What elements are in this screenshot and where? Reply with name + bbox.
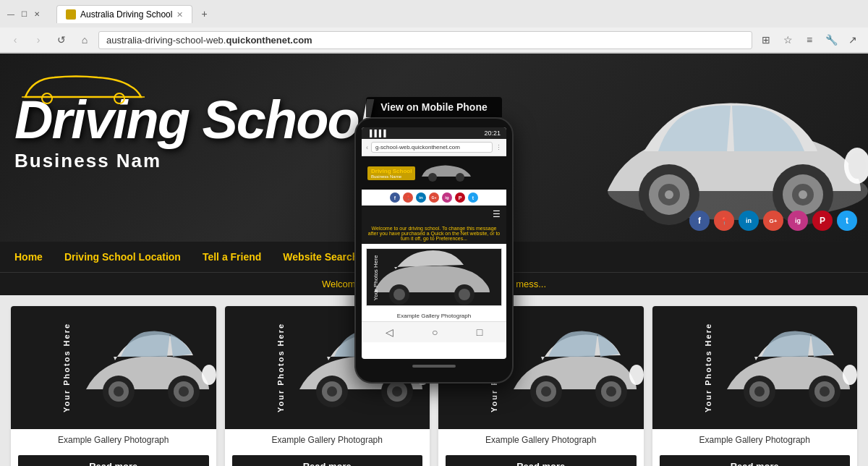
instagram-icon[interactable]: ig [788,211,808,231]
toolbar-icons: ⊞ ☆ ≡ 🔧 ↗ [757,30,862,49]
tools-button[interactable]: 🔧 [822,30,841,49]
share-button[interactable]: ↗ [843,30,862,49]
svg-point-1 [114,93,124,103]
svg-point-30 [541,386,551,397]
browser-chrome: — ☐ ✕ Australia Driving School ✕ + ‹ › ↺… [0,0,868,54]
svg-point-11 [799,190,807,199]
phone-url-bar: g-school-web.quickonthenet.com [371,142,493,153]
svg-point-34 [629,365,644,385]
forward-button[interactable]: › [29,30,48,49]
hero-subtitle: Business Nam [14,150,372,172]
svg-point-46 [393,289,405,300]
svg-point-33 [606,386,616,397]
read-more-button-4[interactable]: Read more [660,455,851,466]
tab-bar: Australia Driving School ✕ + [51,4,221,23]
hero-social-icons: f 📍 in G+ ig P t [689,211,857,231]
phone-site-sublogo: Business Name [371,174,412,179]
car-img-1 [33,306,216,429]
phone-signal: ▐▐▐▐ [367,130,386,137]
phone-time: 20:21 [484,130,501,137]
svg-point-43 [456,173,464,182]
title-bar: — ☐ ✕ Australia Driving School ✕ + [0,0,868,27]
svg-point-40 [820,386,830,397]
bookmark-button[interactable]: ☆ [778,30,797,49]
read-more-button-3[interactable]: Read more [446,455,637,466]
pinterest-icon[interactable]: P [812,211,833,231]
phone-bottom-bar: ◁ ○ □ [362,321,506,342]
google-maps-icon[interactable]: 📍 [714,211,734,231]
read-more-button-1[interactable]: Read more [18,455,209,466]
gallery-caption-1: Example Gallery Photograph [11,429,216,451]
gallery-caption-2: Example Gallery Photograph [225,429,430,451]
facebook-icon[interactable]: f [689,211,710,231]
phone-linkedin-icon: in [416,192,426,203]
tab-favicon [66,9,76,20]
svg-point-0 [42,93,52,103]
phone-instagram-icon: ig [442,192,452,203]
phone-site-header: Driving School Business Name [362,156,506,190]
svg-point-20 [202,365,216,385]
tab-title: Australia Driving School [80,9,172,20]
phone-browser-bar: ‹ g-school-web.quickonthenet.com ⋮ [362,139,506,156]
phone-menu-icon: ⋮ [495,144,502,151]
phone-gallery-img: Your Photos Here [366,248,502,306]
mobile-phone-overlay: View on Mobile Phone ▐▐▐▐ 20:21 ‹ g-scho… [354,97,514,384]
phone-twitter-icon: t [468,192,478,203]
active-tab[interactable]: Australia Driving School ✕ [56,5,192,23]
phone-home-nav: ○ [432,326,438,338]
svg-point-41 [843,365,857,385]
phone-recent-nav: □ [477,326,482,338]
svg-text:Your Photos Here: Your Photos Here [373,255,379,300]
svg-point-13 [848,153,866,179]
read-more-button-2[interactable]: Read more [232,455,423,466]
url-text: australia-driving-school-web.quickonthen… [106,35,312,46]
gallery-card-1: Your Photos Here [11,306,216,466]
twitter-icon[interactable]: t [837,211,857,231]
phone-gplus-icon: G+ [429,192,439,203]
phone-status-bar: ▐▐▐▐ 20:21 [362,127,506,139]
gallery-caption-3: Example Gallery Photograph [438,429,644,451]
svg-point-23 [327,386,337,397]
svg-point-26 [392,386,402,397]
menu-button[interactable]: ≡ [800,30,819,49]
home-button[interactable]: ⌂ [75,30,94,49]
website-content: Driving School Business Nam [0,54,868,466]
refresh-button[interactable]: ↺ [52,30,71,49]
nav-item-location[interactable]: Driving School Location [64,251,181,263]
maximize-button[interactable]: ☐ [19,9,29,19]
gallery-card-4: Your Photos Here [652,306,858,466]
browser-nav-bar: ‹ › ↺ ⌂ australia-driving-school-web.qui… [0,27,868,53]
back-button[interactable]: ‹ [6,30,25,49]
mobile-label: View on Mobile Phone [366,97,502,117]
bookmarks-sidebar-button[interactable]: ⊞ [757,30,775,49]
nav-item-home[interactable]: Home [14,251,43,263]
phone-maps-icon: 📍 [403,192,413,203]
phone-gallery-caption: Example Gallery Photograph [362,310,506,321]
close-button[interactable]: ✕ [32,9,42,19]
phone-hamburger-icon: ☰ [493,209,501,219]
tab-close-button[interactable]: ✕ [176,10,183,20]
phone-back-icon: ‹ [366,144,368,151]
phone-screen: ▐▐▐▐ 20:21 ‹ g-school-web.quickonthenet.… [362,127,506,359]
car-img-4 [674,306,858,429]
linkedin-icon[interactable]: in [739,211,759,231]
google-plus-icon[interactable]: G+ [763,211,783,231]
svg-point-16 [114,386,124,397]
phone-back-nav: ◁ [386,326,393,338]
new-tab-button[interactable]: + [194,4,214,23]
svg-point-7 [665,190,673,199]
phone-menu-bar: ☰ [362,206,506,223]
car-outline-logo [11,64,170,111]
phone-device: ▐▐▐▐ 20:21 ‹ g-school-web.quickonthenet.… [354,117,514,384]
address-bar[interactable]: australia-driving-school-web.quickonthen… [98,31,752,49]
minimize-button[interactable]: — [6,9,16,19]
phone-facebook-icon: f [390,192,400,203]
nav-item-friend[interactable]: Tell a Friend [203,251,261,263]
phone-site-logo: Driving School [371,168,412,174]
nav-item-search[interactable]: Website Search [283,251,358,263]
svg-point-19 [179,386,189,397]
phone-home-indicator [412,365,456,368]
window-controls: — ☐ ✕ [6,9,42,19]
phone-logo-box: Driving School Business Name [367,166,415,180]
phone-welcome-text: Welcome to our driving school. To change… [362,223,506,244]
